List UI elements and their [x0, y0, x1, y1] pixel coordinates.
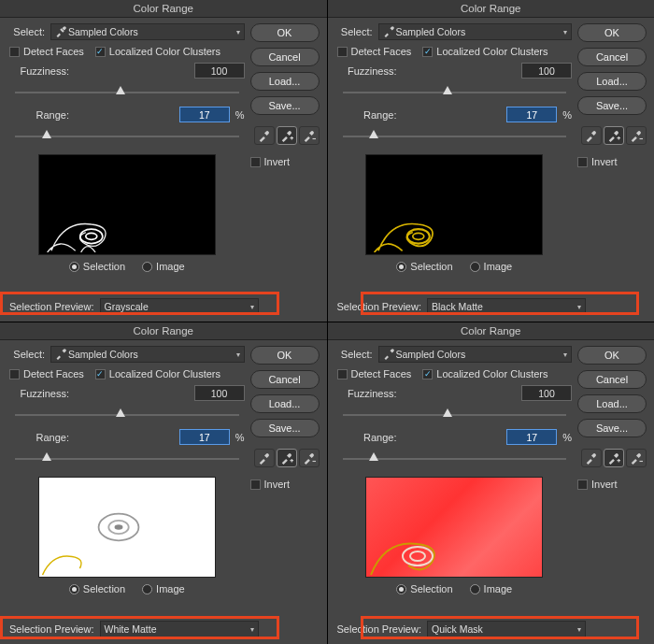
save-button[interactable]: Save... [250, 419, 320, 437]
fuzziness-label: Fuzziness: [9, 388, 69, 399]
selection-radio[interactable]: Selection [69, 261, 125, 272]
eyedropper-minus-icon[interactable] [299, 126, 320, 145]
selection-radio[interactable]: Selection [69, 583, 125, 594]
selection-preview-dropdown[interactable]: White Matte [100, 621, 259, 637]
color-range-dialog: Color Range Select:Sampled Colors Detect… [328, 322, 655, 644]
image-radio[interactable]: Image [142, 261, 185, 272]
select-label: Select: [337, 349, 373, 360]
preview-thumbnail [38, 154, 216, 255]
percent-label: % [562, 109, 572, 121]
ok-button[interactable]: OK [250, 23, 320, 42]
eyedropper-icon[interactable] [581, 449, 602, 467]
save-button[interactable]: Save... [577, 419, 647, 437]
save-button[interactable]: Save... [577, 96, 647, 115]
fuzziness-slider[interactable] [15, 84, 239, 101]
fuzziness-slider[interactable] [343, 84, 567, 101]
percent-label: % [235, 109, 245, 121]
image-radio[interactable]: Image [470, 261, 513, 272]
fuzziness-label: Fuzziness: [337, 388, 397, 399]
fuzziness-slider[interactable] [343, 407, 567, 423]
eyedropper-icon [383, 26, 394, 37]
invert-checkbox[interactable]: Invert [250, 479, 320, 490]
load-button[interactable]: Load... [250, 394, 320, 413]
selection-preview-dropdown[interactable]: Grayscale [100, 298, 259, 315]
select-value: Sampled Colors [68, 26, 138, 37]
detect-faces-checkbox[interactable]: Detect Faces [9, 368, 84, 379]
range-slider[interactable] [343, 451, 567, 467]
localized-clusters-checkbox[interactable]: Localized Color Clusters [422, 368, 547, 379]
selection-radio[interactable]: Selection [396, 583, 452, 594]
detect-faces-checkbox[interactable]: Detect Faces [337, 46, 412, 57]
select-value: Sampled Colors [396, 349, 466, 360]
selection-preview-value: Quick Mask [432, 623, 483, 635]
eyedropper-icon[interactable] [254, 126, 275, 145]
range-field[interactable]: 17 [506, 107, 557, 122]
select-dropdown[interactable]: Sampled Colors [378, 23, 573, 40]
ok-button[interactable]: OK [577, 23, 647, 42]
localized-clusters-checkbox[interactable]: Localized Color Clusters [422, 46, 547, 57]
eyedropper-plus-icon[interactable] [277, 449, 297, 467]
invert-checkbox[interactable]: Invert [577, 479, 647, 490]
eyedropper-icon[interactable] [254, 449, 275, 467]
invert-checkbox[interactable]: Invert [577, 156, 647, 167]
image-radio[interactable]: Image [470, 583, 513, 594]
select-dropdown[interactable]: Sampled Colors [378, 346, 573, 363]
select-dropdown[interactable]: Sampled Colors [50, 346, 245, 363]
image-radio[interactable]: Image [142, 583, 185, 594]
select-value: Sampled Colors [396, 26, 466, 37]
selection-preview-label: Selection Preview: [9, 623, 94, 635]
detect-faces-checkbox[interactable]: Detect Faces [9, 46, 84, 57]
load-button[interactable]: Load... [577, 394, 647, 413]
ok-button[interactable]: OK [250, 346, 320, 365]
fuzziness-label: Fuzziness: [337, 65, 397, 77]
fuzziness-label: Fuzziness: [9, 65, 69, 77]
dialog-title: Color Range [328, 0, 655, 18]
eyedropper-minus-icon[interactable] [299, 449, 320, 467]
select-label: Select: [9, 26, 45, 37]
range-slider[interactable] [15, 128, 239, 145]
svg-point-3 [413, 233, 424, 239]
selection-preview-value: White Matte [105, 623, 157, 635]
range-label: Range: [9, 432, 69, 443]
eyedropper-plus-icon[interactable] [604, 449, 624, 467]
load-button[interactable]: Load... [577, 72, 647, 91]
svg-point-0 [80, 229, 103, 243]
invert-checkbox[interactable]: Invert [250, 156, 320, 167]
eyedropper-minus-icon[interactable] [626, 449, 647, 467]
save-button[interactable]: Save... [250, 96, 320, 115]
eyedropper-plus-icon[interactable] [277, 126, 297, 145]
cancel-button[interactable]: Cancel [577, 370, 647, 389]
fuzziness-field[interactable]: 100 [521, 63, 572, 79]
svg-point-6 [114, 524, 122, 529]
selection-radio[interactable]: Selection [396, 261, 452, 272]
cancel-button[interactable]: Cancel [250, 48, 320, 66]
localized-clusters-checkbox[interactable]: Localized Color Clusters [95, 368, 220, 379]
load-button[interactable]: Load... [250, 72, 320, 91]
selection-preview-dropdown[interactable]: Black Matte [427, 298, 586, 315]
range-slider[interactable] [15, 451, 239, 467]
select-label: Select: [337, 26, 373, 37]
detect-faces-checkbox[interactable]: Detect Faces [337, 368, 412, 379]
ok-button[interactable]: OK [577, 346, 647, 365]
svg-point-1 [86, 233, 97, 239]
selection-preview-value: Grayscale [105, 301, 149, 312]
eyedropper-icon[interactable] [581, 126, 602, 145]
range-label: Range: [337, 432, 397, 443]
fuzziness-field[interactable]: 100 [194, 385, 245, 401]
cancel-button[interactable]: Cancel [250, 370, 320, 389]
range-field[interactable]: 17 [506, 429, 557, 445]
selection-preview-dropdown[interactable]: Quick Mask [427, 621, 586, 637]
eyedropper-minus-icon[interactable] [626, 126, 647, 145]
range-slider[interactable] [343, 128, 567, 145]
eyedropper-plus-icon[interactable] [604, 126, 624, 145]
fuzziness-field[interactable]: 100 [521, 385, 572, 401]
select-dropdown[interactable]: Sampled Colors [50, 23, 245, 40]
cancel-button[interactable]: Cancel [577, 48, 647, 66]
fuzziness-field[interactable]: 100 [194, 63, 245, 79]
eyedropper-icon [55, 26, 66, 37]
fuzziness-slider[interactable] [15, 407, 239, 423]
range-field[interactable]: 17 [179, 429, 230, 445]
localized-clusters-checkbox[interactable]: Localized Color Clusters [95, 46, 220, 57]
svg-point-8 [410, 551, 425, 561]
range-field[interactable]: 17 [179, 107, 230, 122]
